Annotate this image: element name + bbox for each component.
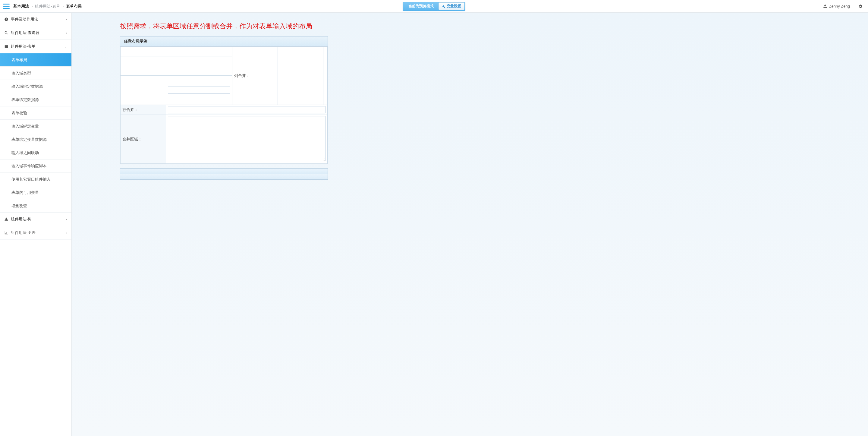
sidebar-item-form-bind-var-ds[interactable]: 表单绑定变量数据源 bbox=[0, 133, 71, 146]
col-merge-cell: 列合并： bbox=[232, 47, 278, 105]
sidebar-group-label: 事件及动作用法 bbox=[11, 17, 38, 22]
form-input-cell bbox=[166, 85, 232, 95]
user-area[interactable]: Zenny Zeng bbox=[823, 0, 865, 13]
chevron-right-icon: › bbox=[62, 4, 64, 8]
merge-area-label-cell: 合并区域： bbox=[121, 115, 166, 164]
chart-icon bbox=[4, 231, 8, 235]
sidebar-item-input-event-script[interactable]: 输入域事件响应脚本 bbox=[0, 159, 71, 173]
sidebar-item-form-bind-ds[interactable]: 表单绑定数据源 bbox=[0, 93, 71, 107]
sidebar-item-label: 输入域之间联动 bbox=[11, 150, 39, 155]
sidebar-item-label: 表单的可用变量 bbox=[11, 190, 39, 195]
sidebar-group-tree[interactable]: 组件用法-树 ‹ bbox=[0, 212, 71, 226]
form-icon bbox=[4, 44, 8, 49]
breadcrumb: 基本用法 › 组件用法-表单 › 表单布局 bbox=[13, 4, 82, 9]
form-cell[interactable] bbox=[166, 76, 232, 85]
sidebar-group-chart[interactable]: 组件用法-图表 ‹ bbox=[0, 226, 71, 240]
user-name: Zenny Zeng bbox=[829, 4, 850, 8]
sidebar-item-other-window-input[interactable]: 使用其它窗口组件输入 bbox=[0, 173, 71, 186]
form-cell[interactable] bbox=[121, 95, 166, 105]
form-cell-narrow[interactable] bbox=[323, 47, 328, 105]
sidebar-item-crud[interactable]: 增删改查 bbox=[0, 199, 71, 212]
sidebar-item-label: 表单绑定数据源 bbox=[11, 97, 39, 103]
sidebar-item-form-vars[interactable]: 表单的可用变量 bbox=[0, 186, 71, 199]
row-merge-input-cell bbox=[166, 105, 328, 115]
page-title: 按照需求，将表单区域任意分割或合并，作为对表单输入域的布局 bbox=[120, 22, 328, 31]
chevron-down-icon: ⌄ bbox=[64, 45, 67, 49]
table-row: 列合并： bbox=[121, 47, 328, 56]
chevron-left-icon: ‹ bbox=[66, 18, 67, 21]
layout-panel: 任意布局示例 列合并： bbox=[120, 36, 328, 164]
breadcrumb-mid[interactable]: 组件用法-表单 bbox=[35, 4, 60, 9]
main-content: 按照需求，将表单区域任意分割或合并，作为对表单输入域的布局 任意布局示例 列合并… bbox=[72, 13, 868, 436]
sidebar-item-input-bind-ds[interactable]: 输入域绑定数据源 bbox=[0, 80, 71, 93]
form-layout-table: 列合并： bbox=[120, 47, 328, 164]
panel-header: 任意布局示例 bbox=[120, 36, 328, 47]
sidebar-group-label: 组件用法-查询器 bbox=[11, 30, 39, 36]
table-row: 行合并： bbox=[121, 105, 328, 115]
chevron-right-icon: › bbox=[31, 4, 33, 8]
merge-area-cell bbox=[166, 115, 328, 164]
row-merge-label: 行合并： bbox=[122, 107, 138, 112]
sidebar-group-form[interactable]: 组件用法-表单 ⌄ bbox=[0, 40, 71, 53]
sidebar-group-label: 组件用法-树 bbox=[11, 216, 32, 222]
accordion-row[interactable] bbox=[120, 174, 328, 179]
breadcrumb-root[interactable]: 基本用法 bbox=[13, 4, 29, 9]
text-input[interactable] bbox=[168, 87, 230, 94]
chevron-left-icon: ‹ bbox=[66, 217, 67, 221]
sidebar-group-events[interactable]: 事件及动作用法 ‹ bbox=[0, 13, 71, 26]
form-cell[interactable] bbox=[121, 56, 166, 66]
accordion-row[interactable] bbox=[120, 169, 328, 174]
info-icon bbox=[4, 17, 8, 21]
preview-mode-label: 当前为预览模式 bbox=[404, 4, 438, 9]
sidebar-item-label: 输入域绑定数据源 bbox=[11, 84, 43, 89]
tree-icon bbox=[4, 217, 8, 221]
wrench-icon bbox=[442, 4, 445, 8]
sidebar-group-query[interactable]: 组件用法-查询器 ‹ bbox=[0, 26, 71, 40]
form-cell[interactable] bbox=[166, 95, 232, 105]
chevron-left-icon: ‹ bbox=[66, 231, 67, 235]
sidebar-item-label: 增删改查 bbox=[11, 203, 27, 209]
sidebar-item-label: 表单绑定变量数据源 bbox=[11, 137, 47, 142]
sidebar-group-label: 组件用法-表单 bbox=[11, 44, 36, 49]
table-row: 合并区域： bbox=[121, 115, 328, 164]
text-input[interactable] bbox=[168, 106, 326, 113]
form-cell[interactable] bbox=[121, 85, 166, 95]
variable-settings-label: 变量设置 bbox=[447, 4, 461, 9]
variable-settings-button[interactable]: 变量设置 bbox=[438, 2, 464, 10]
form-cell[interactable] bbox=[121, 76, 166, 85]
form-cell[interactable] bbox=[121, 66, 166, 76]
merge-area-label: 合并区域： bbox=[122, 137, 142, 141]
row-merge-label-cell: 行合并： bbox=[121, 105, 166, 115]
accordion-panel bbox=[120, 168, 328, 180]
sidebar-group-label: 组件用法-图表 bbox=[11, 230, 36, 235]
sidebar-item-label: 输入域绑定变量 bbox=[11, 124, 39, 129]
form-cell[interactable] bbox=[278, 47, 323, 105]
sidebar-item-form-layout[interactable]: 表单布局 bbox=[0, 53, 71, 67]
breadcrumb-current: 表单布局 bbox=[66, 4, 82, 9]
topbar: 基本用法 › 组件用法-表单 › 表单布局 当前为预览模式 变量设置 Zenny… bbox=[0, 0, 868, 13]
sidebar-item-form-validate[interactable]: 表单校验 bbox=[0, 107, 71, 120]
sidebar-item-label: 输入域类型 bbox=[11, 70, 31, 76]
settings-button[interactable] bbox=[855, 0, 865, 13]
form-cell[interactable] bbox=[166, 66, 232, 76]
search-icon bbox=[4, 31, 8, 35]
form-cell[interactable] bbox=[166, 47, 232, 56]
user-icon bbox=[823, 4, 827, 8]
form-cell[interactable] bbox=[166, 56, 232, 66]
sidebar-item-input-bind-var[interactable]: 输入域绑定变量 bbox=[0, 120, 71, 133]
sidebar-item-label: 表单校验 bbox=[11, 110, 27, 116]
preview-mode-bar: 当前为预览模式 变量设置 bbox=[403, 2, 465, 11]
sidebar-item-label: 使用其它窗口组件输入 bbox=[11, 177, 51, 182]
sidebar-item-input-linkage[interactable]: 输入域之间联动 bbox=[0, 146, 71, 159]
sidebar-item-label: 输入域事件响应脚本 bbox=[11, 164, 47, 169]
gear-icon bbox=[858, 4, 863, 9]
col-merge-label: 列合并： bbox=[234, 73, 250, 78]
sidebar-item-input-type[interactable]: 输入域类型 bbox=[0, 67, 71, 80]
textarea-input[interactable] bbox=[168, 116, 326, 161]
chevron-left-icon: ‹ bbox=[66, 31, 67, 35]
form-cell[interactable] bbox=[121, 47, 166, 56]
sidebar: 事件及动作用法 ‹ 组件用法-查询器 ‹ 组件用法-表单 ⌄ 表单布局 输入域 bbox=[0, 13, 72, 436]
sidebar-item-label: 表单布局 bbox=[11, 57, 27, 63]
menu-toggle-icon[interactable] bbox=[3, 4, 10, 9]
